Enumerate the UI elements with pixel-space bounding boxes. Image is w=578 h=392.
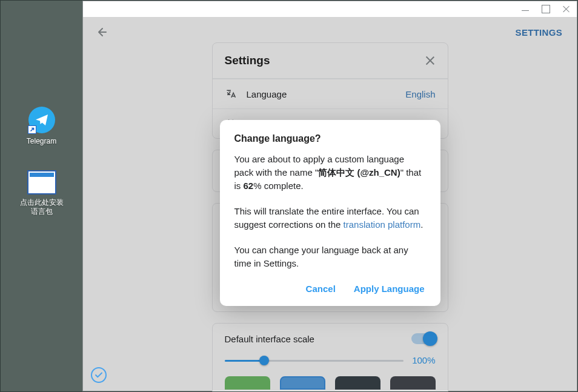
language-pack-name: 简体中文 (@zh_CN): [318, 167, 400, 178]
shortcut-arrow-icon: [28, 125, 36, 134]
window-maximize-button[interactable]: [542, 5, 550, 13]
dialog-paragraph-1: You are about to apply a custom language…: [234, 153, 426, 193]
app-window: SETTINGS Settings Language English: [82, 1, 577, 391]
desktop-folder-label: 点击此处安装 语言包: [20, 198, 64, 216]
window-minimize-button[interactable]: [521, 5, 530, 13]
svg-point-0: [91, 368, 106, 382]
window-close-button[interactable]: [562, 5, 571, 13]
verified-shield-icon[interactable]: [90, 367, 107, 384]
change-language-dialog: Change language? You are about to apply …: [220, 120, 440, 306]
dialog-title: Change language?: [234, 133, 426, 144]
apply-language-button[interactable]: Apply Language: [354, 284, 425, 294]
cancel-button[interactable]: Cancel: [306, 284, 336, 294]
desktop-background: Telegram 点击此处安装 语言包: [1, 1, 82, 391]
dialog-paragraph-3: You can change your language back at any…: [234, 244, 426, 270]
dialog-paragraph-2: This will translate the entire interface…: [234, 205, 426, 231]
desktop-shortcut-telegram[interactable]: Telegram: [15, 107, 69, 146]
folder-icon: [27, 170, 56, 194]
desktop-folder-langpack[interactable]: 点击此处安装 语言包: [15, 170, 69, 216]
window-titlebar: [83, 1, 577, 17]
translation-platform-link[interactable]: translation platform: [344, 219, 421, 230]
language-pack-percent: 62: [244, 181, 254, 191]
desktop-shortcut-label: Telegram: [27, 137, 56, 146]
